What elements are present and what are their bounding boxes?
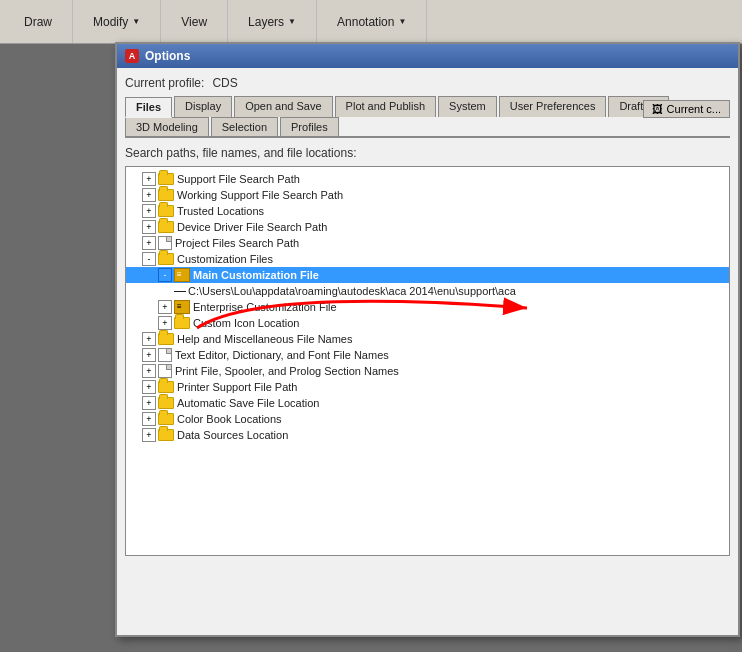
tab-display[interactable]: Display <box>174 96 232 117</box>
tab-open-save[interactable]: Open and Save <box>234 96 332 117</box>
file-icon-text-editor <box>158 348 172 362</box>
expander-enterprise[interactable] <box>158 300 172 314</box>
label-custom-icon: Custom Icon Location <box>193 317 299 329</box>
folder-icon-device-driver <box>158 221 174 233</box>
expander-print-file[interactable] <box>142 364 156 378</box>
expander-text-editor[interactable] <box>142 348 156 362</box>
tree-item-support-file[interactable]: Support File Search Path <box>126 171 729 187</box>
expander-project-files[interactable] <box>142 236 156 250</box>
tree-item-working-support[interactable]: Working Support File Search Path <box>126 187 729 203</box>
toolbar-draw[interactable]: Draw <box>4 0 73 43</box>
tab-profiles[interactable]: Profiles <box>280 117 339 136</box>
expander-trusted[interactable] <box>142 204 156 218</box>
current-profile-btn-label: Current c... <box>667 103 721 115</box>
dialog-content: Current profile: CDS 🖼 Current c... File… <box>117 68 738 564</box>
profile-icon: 🖼 <box>652 103 663 115</box>
expander-printer-support[interactable] <box>142 380 156 394</box>
annotation-label: Annotation <box>337 15 394 29</box>
expander-support-file[interactable] <box>142 172 156 186</box>
toolbar-layers[interactable]: Layers ▼ <box>228 0 317 43</box>
toolbar-modify[interactable]: Modify ▼ <box>73 0 161 43</box>
expander-customization[interactable] <box>142 252 156 266</box>
special-icon-enterprise <box>174 300 190 314</box>
tree-item-data-sources[interactable]: Data Sources Location <box>126 427 729 443</box>
tabs-container: Files Display Open and Save Plot and Pub… <box>125 96 730 138</box>
current-profile-button[interactable]: 🖼 Current c... <box>643 100 730 118</box>
draw-label: Draw <box>24 15 52 29</box>
dialog-titlebar: A Options <box>117 44 738 68</box>
folder-icon-support-file <box>158 173 174 185</box>
profile-row: Current profile: CDS <box>125 76 730 90</box>
folder-icon-help-misc <box>158 333 174 345</box>
modify-arrow-icon: ▼ <box>132 17 140 26</box>
layers-arrow-icon: ▼ <box>288 17 296 26</box>
current-profile-label: Current profile: <box>125 76 204 90</box>
annotation-arrow-icon: ▼ <box>398 17 406 26</box>
folder-icon-printer-support <box>158 381 174 393</box>
label-main-customization: Main Customization File <box>193 269 319 281</box>
tab-files[interactable]: Files <box>125 97 172 118</box>
tree-item-device-driver[interactable]: Device Driver File Search Path <box>126 219 729 235</box>
label-device-driver: Device Driver File Search Path <box>177 221 327 233</box>
label-auto-save: Automatic Save File Location <box>177 397 319 409</box>
tree-item-help-misc[interactable]: Help and Miscellaneous File Names <box>126 331 729 347</box>
tree-item-printer-support[interactable]: Printer Support File Path <box>126 379 729 395</box>
expander-working-support[interactable] <box>142 188 156 202</box>
label-color-book: Color Book Locations <box>177 413 282 425</box>
expander-device-driver[interactable] <box>142 220 156 234</box>
file-icon-print-file <box>158 364 172 378</box>
search-text: Search paths, file names, and file locat… <box>125 146 730 160</box>
folder-icon-auto-save <box>158 397 174 409</box>
folder-icon-trusted <box>158 205 174 217</box>
label-trusted: Trusted Locations <box>177 205 264 217</box>
tree-item-customization[interactable]: Customization Files <box>126 251 729 267</box>
folder-icon-custom-icon <box>174 317 190 329</box>
label-help-misc: Help and Miscellaneous File Names <box>177 333 352 345</box>
label-support-file: Support File Search Path <box>177 173 300 185</box>
tab-selection[interactable]: Selection <box>211 117 278 136</box>
tab-plot-publish[interactable]: Plot and Publish <box>335 96 437 117</box>
dialog-title: Options <box>145 49 190 63</box>
expander-data-sources[interactable] <box>142 428 156 442</box>
layers-label: Layers <box>248 15 284 29</box>
label-working-support: Working Support File Search Path <box>177 189 343 201</box>
modify-label: Modify <box>93 15 128 29</box>
dash-icon: — <box>174 284 188 298</box>
tab-3d-modeling[interactable]: 3D Modeling <box>125 117 209 136</box>
file-tree[interactable]: Support File Search Path Working Support… <box>125 166 730 556</box>
dialog-title-icon: A <box>125 49 139 63</box>
view-label: View <box>181 15 207 29</box>
folder-icon-color-book <box>158 413 174 425</box>
tree-item-project-files[interactable]: Project Files Search Path <box>126 235 729 251</box>
expander-auto-save[interactable] <box>142 396 156 410</box>
tree-item-auto-save[interactable]: Automatic Save File Location <box>126 395 729 411</box>
label-main-path: C:\Users\Lou\appdata\roaming\autodesk\ac… <box>188 285 516 297</box>
folder-icon-data-sources <box>158 429 174 441</box>
special-icon-main-customization <box>174 268 190 282</box>
options-dialog: A Options Current profile: CDS 🖼 Current… <box>115 42 740 637</box>
tree-item-trusted[interactable]: Trusted Locations <box>126 203 729 219</box>
label-project-files: Project Files Search Path <box>175 237 299 249</box>
tree-item-print-file[interactable]: Print File, Spooler, and Prolog Section … <box>126 363 729 379</box>
tree-item-custom-icon[interactable]: Custom Icon Location <box>126 315 729 331</box>
tree-item-main-customization[interactable]: Main Customization File <box>126 267 729 283</box>
tab-system[interactable]: System <box>438 96 497 117</box>
tree-item-color-book[interactable]: Color Book Locations <box>126 411 729 427</box>
tab-user-prefs[interactable]: User Preferences <box>499 96 607 117</box>
label-enterprise: Enterprise Customization File <box>193 301 337 313</box>
toolbar: Draw Modify ▼ View Layers ▼ Annotation ▼ <box>0 0 742 44</box>
tree-item-main-path[interactable]: — C:\Users\Lou\appdata\roaming\autodesk\… <box>126 283 729 299</box>
label-print-file: Print File, Spooler, and Prolog Section … <box>175 365 399 377</box>
tree-item-enterprise-customization[interactable]: Enterprise Customization File <box>126 299 729 315</box>
toolbar-view[interactable]: View <box>161 0 228 43</box>
label-data-sources: Data Sources Location <box>177 429 288 441</box>
label-text-editor: Text Editor, Dictionary, and Font File N… <box>175 349 389 361</box>
expander-main-customization[interactable] <box>158 268 172 282</box>
expander-color-book[interactable] <box>142 412 156 426</box>
file-icon-project-files <box>158 236 172 250</box>
folder-icon-working-support <box>158 189 174 201</box>
toolbar-annotation[interactable]: Annotation ▼ <box>317 0 427 43</box>
expander-help-misc[interactable] <box>142 332 156 346</box>
tree-item-text-editor[interactable]: Text Editor, Dictionary, and Font File N… <box>126 347 729 363</box>
expander-custom-icon[interactable] <box>158 316 172 330</box>
